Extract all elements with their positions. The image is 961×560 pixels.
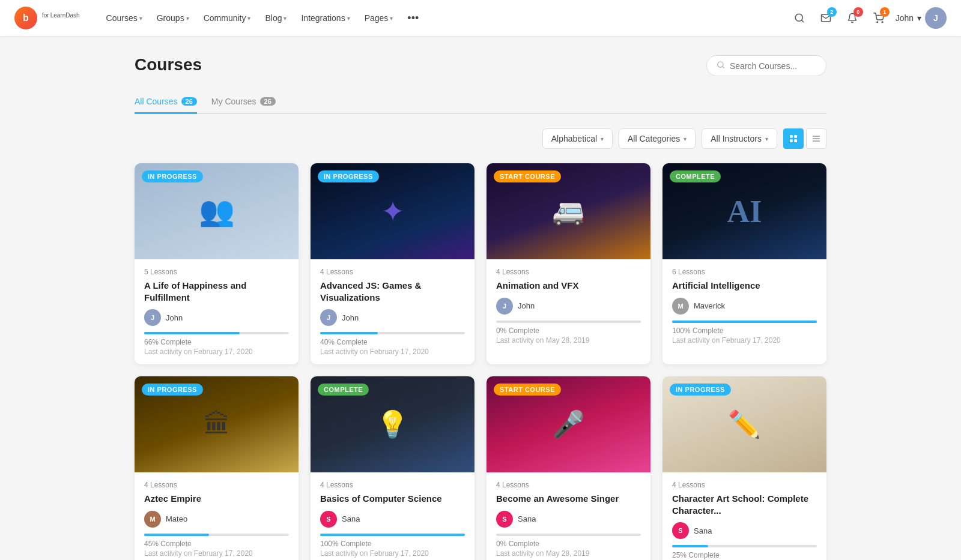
course-card[interactable]: 💡 COMPLETE 4 Lessons Basics of Computer … <box>311 376 474 560</box>
course-info: 4 Lessons Basics of Computer Science S S… <box>311 472 474 560</box>
instructor-avatar: S <box>672 522 689 539</box>
course-title: Artificial Intelligence <box>672 280 817 292</box>
progress-bar <box>144 332 289 334</box>
course-thumbnail: 🏛 IN PROGRESS <box>135 376 299 472</box>
course-card[interactable]: AI COMPLETE 6 Lessons Artificial Intelli… <box>662 163 826 364</box>
progress-fill <box>320 534 465 536</box>
cart-button[interactable]: 1 <box>869 8 888 28</box>
instructor: J John <box>496 298 641 315</box>
course-title: Basics of Computer Science <box>320 493 465 505</box>
progress-bar <box>144 534 289 536</box>
course-thumbnail: 🚐 START COURSE <box>487 163 650 259</box>
course-title: Advanced JS: Games & Visualizations <box>320 280 465 303</box>
course-thumbnail: ✏️ IN PROGRESS <box>662 376 826 472</box>
nav-link-integrations[interactable]: Integrations▾ <box>295 10 356 26</box>
list-view-button[interactable] <box>806 128 826 149</box>
lessons-count: 5 Lessons <box>144 268 289 276</box>
nav-link-pages[interactable]: Pages▾ <box>359 10 399 26</box>
instructor-filter[interactable]: All Instructors ▾ <box>702 128 777 149</box>
search-input[interactable] <box>730 61 816 71</box>
instructor: J John <box>144 309 289 326</box>
category-chevron-icon: ▾ <box>684 136 687 142</box>
nav-more-button[interactable]: ••• <box>401 8 425 28</box>
svg-rect-6 <box>790 135 793 138</box>
course-card[interactable]: ✏️ IN PROGRESS 4 Lessons Character Art S… <box>662 376 826 560</box>
instructor-name: Sana <box>694 526 712 535</box>
course-title: A Life of Happiness and Fulfillment <box>144 280 289 303</box>
progress-bar <box>320 534 465 536</box>
svg-rect-7 <box>794 135 797 138</box>
svg-line-1 <box>801 20 803 22</box>
nav-right: 2 0 1 John ▾ J <box>790 7 947 29</box>
main-content: Courses All Courses26My Courses26 Alphab… <box>120 36 841 560</box>
progress-fill <box>320 332 378 334</box>
progress-text: 100% Complete <box>320 540 465 548</box>
tab-all-courses[interactable]: All Courses26 <box>135 91 197 114</box>
instructor-avatar: J <box>320 309 337 326</box>
logo-for-text: for <box>42 12 49 19</box>
last-activity: Last activity on February 17, 2020 <box>320 348 465 356</box>
progress-fill <box>672 545 708 547</box>
nav-link-groups[interactable]: Groups▾ <box>151 10 195 26</box>
nav-link-community[interactable]: Community▾ <box>198 10 257 26</box>
search-button[interactable] <box>790 8 809 28</box>
instructor-avatar: J <box>144 309 161 326</box>
progress-bar <box>496 321 641 323</box>
course-card[interactable]: 👥 IN PROGRESS 5 Lessons A Life of Happin… <box>135 163 299 364</box>
avatar: J <box>925 7 947 29</box>
last-activity: Last activity on February 17, 2020 <box>144 549 289 558</box>
mail-button[interactable]: 2 <box>816 8 835 28</box>
course-title: Aztec Empire <box>144 493 289 505</box>
navbar: b forLearnDash Courses▾Groups▾Community▾… <box>0 0 961 36</box>
progress-fill <box>672 321 817 323</box>
bell-button[interactable]: 0 <box>843 8 862 28</box>
tab-my-courses[interactable]: My Courses26 <box>211 91 276 114</box>
instructor-name: John <box>166 313 183 322</box>
nav-link-courses[interactable]: Courses▾ <box>100 10 148 26</box>
status-badge: IN PROGRESS <box>318 170 379 182</box>
instructor-name: Sana <box>518 514 536 523</box>
sort-filter[interactable]: Alphabetical ▾ <box>542 128 613 149</box>
instructor-avatar: M <box>144 511 161 528</box>
progress-text: 45% Complete <box>144 540 289 548</box>
last-activity: Last activity on February 17, 2020 <box>144 348 289 356</box>
lessons-count: 4 Lessons <box>672 481 817 489</box>
course-thumbnail: AI COMPLETE <box>662 163 826 259</box>
progress-bar <box>672 321 817 323</box>
last-activity: Last activity on May 28, 2019 <box>496 549 641 558</box>
last-activity: Last activity on May 28, 2019 <box>496 336 641 345</box>
nav-link-blog[interactable]: Blog▾ <box>259 10 293 26</box>
instructor: M Mateo <box>144 511 289 528</box>
mail-badge: 2 <box>827 7 837 17</box>
progress-text: 0% Complete <box>496 327 641 335</box>
course-title: Character Art School: Complete Character… <box>672 493 817 516</box>
course-card[interactable]: 🎤 START COURSE 4 Lessons Become an Aweso… <box>487 376 650 560</box>
courses-grid: 👥 IN PROGRESS 5 Lessons A Life of Happin… <box>135 163 826 560</box>
last-activity: Last activity on February 17, 2020 <box>320 549 465 558</box>
course-search-box[interactable] <box>706 55 826 76</box>
view-toggle <box>783 128 826 149</box>
progress-bar <box>672 545 817 547</box>
course-card[interactable]: ✦ IN PROGRESS 4 Lessons Advanced JS: Gam… <box>311 163 474 364</box>
course-thumbnail: ✦ IN PROGRESS <box>311 163 474 259</box>
instructor-name: Sana <box>342 514 360 523</box>
instructor-chevron-icon: ▾ <box>765 136 768 142</box>
course-card[interactable]: 🚐 START COURSE 4 Lessons Animation and V… <box>487 163 650 364</box>
user-menu[interactable]: John ▾ J <box>896 7 947 29</box>
lessons-count: 6 Lessons <box>672 268 817 276</box>
progress-fill <box>144 534 209 536</box>
search-icon <box>717 61 725 71</box>
course-tabs: All Courses26My Courses26 <box>135 91 826 114</box>
filters-bar: Alphabetical ▾ All Categories ▾ All Inst… <box>135 128 826 149</box>
instructor-avatar: S <box>496 511 513 528</box>
course-thumbnail: 💡 COMPLETE <box>311 376 474 472</box>
cart-badge: 1 <box>880 7 890 17</box>
course-info: 6 Lessons Artificial Intelligence M Mave… <box>662 259 826 353</box>
grid-view-button[interactable] <box>783 128 804 149</box>
instructor: S Sana <box>320 511 465 528</box>
progress-text: 40% Complete <box>320 338 465 346</box>
category-filter-label: All Categories <box>628 134 680 143</box>
course-card[interactable]: 🏛 IN PROGRESS 4 Lessons Aztec Empire M M… <box>135 376 299 560</box>
logo[interactable]: b forLearnDash <box>14 7 81 29</box>
category-filter[interactable]: All Categories ▾ <box>619 128 696 149</box>
